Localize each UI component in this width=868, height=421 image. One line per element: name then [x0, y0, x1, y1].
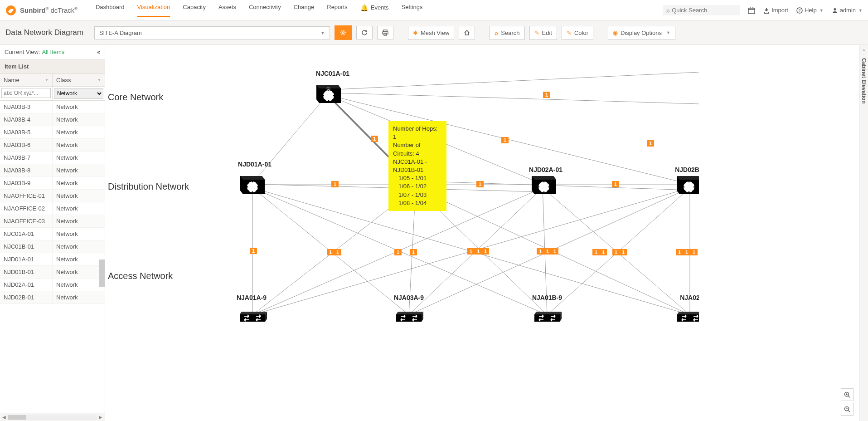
- page-title: Data Network Diagram: [5, 28, 83, 37]
- table-row[interactable]: NJC01A-01Network: [0, 228, 105, 240]
- node-d2b[interactable]: NJD02B: [675, 166, 699, 194]
- table-row[interactable]: NJAOFFICE-02Network: [0, 202, 105, 215]
- search-icon: ⌕: [495, 29, 498, 36]
- calendar-icon[interactable]: [748, 7, 755, 14]
- hop-badge: 1: [250, 248, 257, 254]
- settings-gear-button[interactable]: [335, 25, 352, 40]
- hop-badge: 1: [467, 248, 475, 255]
- cell-name: NJC01B-01: [0, 240, 53, 253]
- svg-rect-1: [748, 8, 755, 14]
- nav-assets[interactable]: Assets: [218, 4, 236, 17]
- search-button[interactable]: ⌕Search: [490, 26, 524, 40]
- mesh-view-button[interactable]: ✱Mesh View: [408, 26, 454, 40]
- table-row[interactable]: NJC01B-01Network: [0, 240, 105, 253]
- node-d2a[interactable]: NJD02A-01: [529, 166, 563, 194]
- nav-reports[interactable]: Reports: [327, 4, 348, 17]
- table-row[interactable]: NJA03B-4Network: [0, 113, 105, 126]
- hop-badge: 1: [501, 137, 509, 143]
- nav-connectivity[interactable]: Connectivity: [249, 4, 281, 17]
- svg-text:NJA01B-9: NJA01B-9: [532, 294, 562, 301]
- table-row[interactable]: NJA03B-3Network: [0, 101, 105, 113]
- cell-name: NJA03B-7: [0, 152, 53, 164]
- item-rows[interactable]: NJA03B-3NetworkNJA03B-4NetworkNJA03B-5Ne…: [0, 101, 105, 413]
- cell-class: Network: [53, 190, 105, 202]
- cell-class: Network: [53, 164, 105, 176]
- cell-name: NJA03B-9: [0, 177, 53, 189]
- h-scrollbar[interactable]: ◀ ▶: [0, 413, 105, 421]
- diagram-select[interactable]: SITE-A Diagram▼: [94, 26, 330, 39]
- svg-text:NJD01A-01: NJD01A-01: [238, 161, 272, 168]
- import-button[interactable]: Import: [763, 7, 788, 14]
- color-button[interactable]: ✎Color: [562, 26, 593, 40]
- table-row[interactable]: NJD01A-01Network: [0, 253, 105, 266]
- col-header-name[interactable]: Name▼: [0, 74, 53, 86]
- nav-events[interactable]: 🔔Events: [360, 4, 389, 17]
- node-a1b[interactable]: NJA01B-9: [532, 294, 562, 322]
- cell-class: Network: [53, 101, 105, 113]
- table-row[interactable]: NJA03B-7Network: [0, 152, 105, 164]
- cell-name: NJAOFFICE-02: [0, 202, 53, 215]
- brand-text: Sunbird® dcTrack®: [20, 6, 78, 14]
- svg-text:?: ?: [798, 8, 800, 13]
- scrollbar-thumb[interactable]: [99, 259, 105, 287]
- hop-badge: 1: [537, 248, 544, 255]
- cell-name: NJA03B-6: [0, 139, 53, 151]
- quick-search[interactable]: ⌕: [663, 5, 740, 15]
- target-icon: ◉: [613, 29, 618, 36]
- zoom-out-button[interactable]: [841, 403, 853, 416]
- nav-dashboard[interactable]: Dashboard: [96, 4, 125, 17]
- display-options-button[interactable]: ◉Display Options▼: [608, 26, 675, 40]
- color-icon: ✎: [567, 29, 572, 36]
- col-header-class[interactable]: Class▼: [53, 74, 105, 86]
- table-row[interactable]: NJD02A-01Network: [0, 279, 105, 291]
- cell-class: Network: [53, 139, 105, 151]
- table-row[interactable]: NJAOFFICE-01Network: [0, 190, 105, 202]
- nav-visualization[interactable]: Visualization: [137, 4, 170, 17]
- print-button[interactable]: [377, 26, 393, 39]
- table-row[interactable]: NJA03B-5Network: [0, 126, 105, 139]
- left-header: Current View: All Items «: [0, 45, 105, 59]
- class-filter-select[interactable]: Network: [54, 88, 103, 99]
- zoom-in-button[interactable]: [841, 388, 853, 401]
- home-button[interactable]: [459, 26, 475, 39]
- quick-search-input[interactable]: [672, 7, 736, 14]
- node-a1[interactable]: NJA01A-9: [237, 294, 267, 322]
- svg-text:NJA01A-9: NJA01A-9: [237, 294, 267, 301]
- brand-logo-icon: [5, 5, 16, 16]
- node-core[interactable]: NJC01A-01Si: [316, 70, 349, 103]
- current-view-value[interactable]: All Items: [42, 49, 65, 55]
- table-row[interactable]: NJD02B-01Network: [0, 291, 105, 304]
- current-view-label: Current View:: [5, 49, 40, 55]
- nav-settings[interactable]: Settings: [402, 4, 423, 17]
- name-filter-input[interactable]: [1, 88, 51, 98]
- svg-text:NJA03A-9: NJA03A-9: [394, 294, 424, 301]
- mesh-icon: ✱: [413, 29, 418, 36]
- cell-class: Network: [53, 253, 105, 265]
- cell-class: Network: [53, 279, 105, 291]
- nav-capacity[interactable]: Capacity: [183, 4, 206, 17]
- expand-right-icon[interactable]: »: [863, 48, 865, 53]
- hop-badge: 1: [331, 181, 339, 187]
- cell-class: Network: [53, 240, 105, 253]
- node-a3[interactable]: NJA03A-9: [394, 294, 424, 322]
- edit-icon: ✎: [534, 29, 539, 36]
- table-row[interactable]: NJA03B-8Network: [0, 164, 105, 177]
- right-panel-label[interactable]: Cabinet Elevation: [861, 58, 867, 104]
- table-row[interactable]: NJD01B-01Network: [0, 266, 105, 279]
- refresh-button[interactable]: [356, 26, 373, 39]
- diagram-canvas[interactable]: Core Network Distribution Network Access…: [105, 45, 859, 421]
- node-a2[interactable]: NJA02: [677, 294, 699, 322]
- node-d1a[interactable]: NJD01A-01: [238, 161, 272, 194]
- table-row[interactable]: NJAOFFICE-03Network: [0, 215, 105, 228]
- left-panel: Current View: All Items « Item List Name…: [0, 45, 105, 421]
- collapse-left-icon[interactable]: «: [97, 49, 100, 55]
- table-row[interactable]: NJA03B-9Network: [0, 177, 105, 190]
- edit-button[interactable]: ✎Edit: [529, 26, 557, 40]
- help-button[interactable]: ? Help▼: [796, 7, 824, 14]
- hop-badge: 1: [394, 249, 402, 255]
- cell-class: Network: [53, 202, 105, 215]
- nav-change[interactable]: Change: [294, 4, 315, 17]
- hop-badge: 1: [647, 140, 654, 147]
- table-row[interactable]: NJA03B-6Network: [0, 139, 105, 152]
- user-menu[interactable]: admin▼: [832, 7, 863, 14]
